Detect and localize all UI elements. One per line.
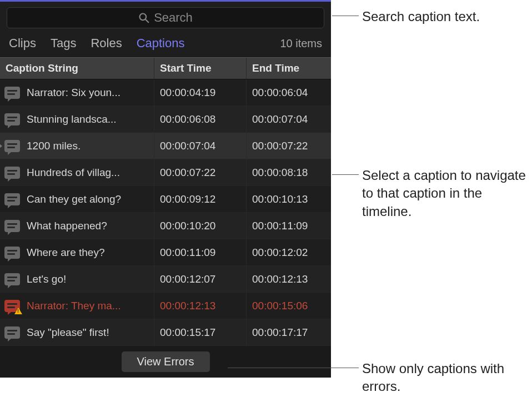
search-input[interactable]: Search [7,7,324,28]
end-time: 00:00:07:22 [247,133,331,159]
table-row[interactable]: Where are they?00:00:11:0900:00:12:02 [0,239,331,266]
table-row[interactable]: Narrator: Six youn...00:00:04:1900:00:06… [0,79,331,106]
tab-clips[interactable]: Clips [9,36,36,51]
table-row[interactable]: Let's go!00:00:12:0700:00:12:13 [0,266,331,293]
start-time: 00:00:07:04 [154,133,247,159]
svg-point-0 [140,14,147,21]
tabs: Clips Tags Roles Captions 10 items [0,32,331,57]
caption-icon [0,140,24,152]
caption-text: Where are they? [24,239,154,265]
caption-text: Let's go! [24,266,154,292]
table-row[interactable]: Stunning landsca...00:00:06:0800:00:07:0… [0,106,331,133]
start-time: 00:00:06:08 [154,106,247,132]
end-time: 00:00:08:18 [247,159,331,185]
tab-roles[interactable]: Roles [91,36,122,51]
table-row[interactable]: Say "please" first!00:00:15:1700:00:17:1… [0,319,331,346]
caption-icon [0,87,24,99]
start-time: 00:00:12:07 [154,266,247,292]
callout-select: Select a caption to navigate to that cap… [362,167,532,220]
caption-rows: Narrator: Six youn...00:00:04:1900:00:06… [0,79,331,346]
view-errors-button[interactable]: View Errors [122,351,210,372]
start-time: 00:00:07:22 [154,159,247,185]
caption-text: Can they get along? [24,186,154,212]
start-time: 00:00:09:12 [154,186,247,212]
start-time: 00:00:15:17 [154,319,247,345]
tab-tags[interactable]: Tags [51,36,76,51]
column-header-end-time[interactable]: End Time [247,58,331,79]
start-time: 00:00:10:20 [154,213,247,239]
tab-captions[interactable]: Captions [137,36,185,51]
caption-text: Hundreds of villag... [24,159,154,185]
caption-icon [0,193,24,205]
end-time: 00:00:10:13 [247,186,331,212]
caption-text: 1200 miles. [24,133,154,159]
table-row[interactable]: Hundreds of villag...00:00:07:2200:00:08… [0,159,331,186]
end-time: 00:00:12:13 [247,266,331,292]
captions-index-panel: Search Clips Tags Roles Captions 10 item… [0,0,331,378]
start-time: 00:00:04:19 [154,79,247,105]
caption-text: What happened? [24,213,154,239]
caption-icon [0,300,24,312]
table-row[interactable]: 1200 miles.00:00:07:0400:00:07:22 [0,133,331,159]
column-header-start-time[interactable]: Start Time [154,58,247,79]
caption-text: Say "please" first! [24,319,154,345]
end-time: 00:00:07:04 [247,106,331,132]
start-time: 00:00:12:13 [154,293,247,319]
table-header: Caption String Start Time End Time [0,57,331,79]
search-bar-container: Search [0,2,331,32]
start-time: 00:00:11:09 [154,239,247,265]
warning-badge-icon [14,308,22,314]
caption-icon [0,113,24,125]
caption-text: Narrator: They ma... [24,293,154,319]
svg-line-1 [145,19,148,22]
search-placeholder: Search [154,11,193,25]
caption-icon [0,273,24,285]
end-time: 00:00:11:09 [247,213,331,239]
end-time: 00:00:06:04 [247,79,331,105]
end-time: 00:00:12:02 [247,239,331,265]
caption-icon [0,167,24,179]
panel-footer: View Errors [0,346,331,378]
callout-errors: Show only captions with errors. [362,360,532,396]
column-header-caption-string[interactable]: Caption String [0,58,154,79]
table-row[interactable]: What happened?00:00:10:2000:00:11:09 [0,213,331,239]
search-icon [138,12,149,23]
item-count: 10 items [280,37,322,50]
caption-icon [0,220,24,232]
caption-icon [0,326,24,339]
table-row[interactable]: Narrator: They ma...00:00:12:1300:00:15:… [0,293,331,319]
end-time: 00:00:15:06 [247,293,331,319]
callout-search: Search caption text. [362,8,480,26]
caption-text: Narrator: Six youn... [24,79,154,105]
caption-text: Stunning landsca... [24,106,154,132]
caption-icon [0,247,24,259]
end-time: 00:00:17:17 [247,319,331,345]
table-row[interactable]: Can they get along?00:00:09:1200:00:10:1… [0,186,331,213]
